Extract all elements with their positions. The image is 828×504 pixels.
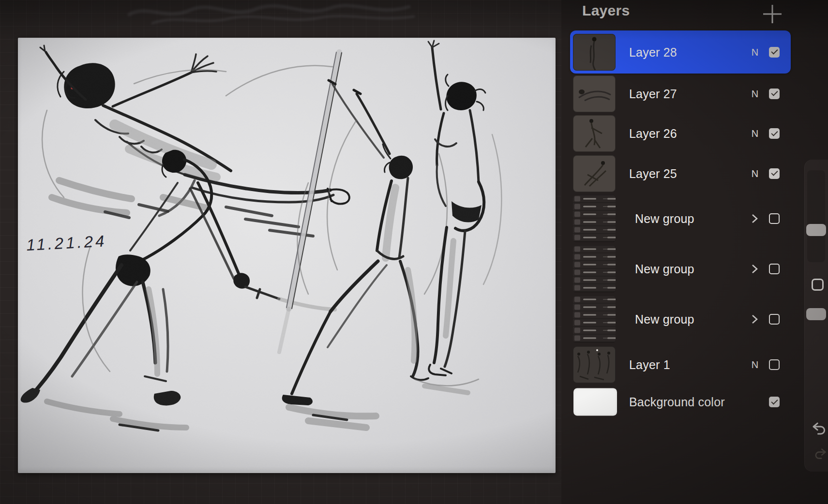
group-mini-layer — [573, 261, 616, 268]
layer-visibility-checkbox[interactable] — [769, 89, 780, 99]
group-thumbnail-stack[interactable] — [573, 296, 616, 342]
blend-mode-badge[interactable]: N — [752, 359, 758, 371]
layer-visibility-checkbox[interactable] — [769, 128, 780, 139]
group-thumbnail-stack[interactable] — [573, 195, 616, 242]
blend-mode-badge[interactable]: N — [752, 128, 758, 139]
brush-size-slider-handle[interactable] — [806, 224, 826, 236]
group-mini-layer — [573, 234, 616, 241]
undo-arrow-icon — [812, 422, 827, 436]
panel-title: Layers — [582, 2, 630, 19]
layer-row[interactable]: Layer 26 N — [570, 114, 791, 153]
layer-thumbnail[interactable] — [573, 115, 616, 152]
layer-thumbnail[interactable] — [573, 34, 616, 71]
group-mini-layer — [573, 195, 616, 203]
group-mini-layer — [573, 311, 616, 319]
layer-thumbnail[interactable] — [573, 346, 616, 383]
redo-arrow-icon — [814, 448, 827, 460]
group-mini-layer — [573, 303, 616, 311]
group-mini-layer — [573, 284, 616, 292]
layer-name: Layer 28 — [629, 45, 677, 59]
group-visibility-checkbox[interactable] — [769, 264, 780, 274]
layer-name: Layer 27 — [629, 87, 677, 101]
layer-visibility-checkbox[interactable] — [769, 47, 780, 58]
group-mini-layer — [573, 276, 616, 284]
group-row[interactable]: New group — [570, 243, 791, 294]
layer-visibility-checkbox[interactable] — [769, 359, 780, 370]
modify-button[interactable] — [812, 279, 824, 291]
group-row[interactable]: New group — [570, 294, 791, 344]
screen-reflection-smudge — [123, 0, 423, 27]
group-mini-layer — [573, 226, 616, 234]
brush-opacity-slider-handle[interactable] — [806, 308, 826, 320]
procreate-screen: 11.21.24 Layers Layer 28 N Layer — [0, 0, 828, 504]
group-mini-layer — [573, 326, 616, 334]
chevron-right-icon[interactable] — [749, 213, 760, 224]
group-mini-layer — [573, 245, 616, 253]
group-mini-layer — [573, 334, 616, 342]
layer-thumbnail[interactable] — [573, 75, 616, 112]
blend-mode-badge[interactable]: N — [752, 88, 758, 99]
layer-name: Layer 1 — [629, 358, 670, 372]
group-mini-layer — [573, 218, 616, 226]
redo-button[interactable] — [814, 448, 827, 462]
gesture-sketch-artwork: 11.21.24 — [18, 38, 556, 473]
drawing-canvas[interactable]: 11.21.24 — [18, 38, 556, 473]
group-name: New group — [635, 211, 694, 225]
group-thumbnail-stack[interactable] — [573, 245, 616, 292]
layer-row[interactable]: Layer 27 N — [570, 74, 791, 114]
background-label: Background color — [629, 395, 725, 409]
group-name: New group — [635, 262, 694, 276]
layer-row[interactable]: Layer 28 N — [570, 30, 791, 74]
blend-mode-badge[interactable]: N — [752, 168, 758, 179]
group-visibility-checkbox[interactable] — [769, 213, 780, 224]
layer-row[interactable]: Layer 1 N — [570, 344, 791, 385]
background-color-swatch[interactable] — [573, 388, 617, 416]
group-mini-layer — [573, 268, 616, 276]
group-mini-layer — [573, 296, 616, 303]
thumbnail-sketch — [573, 115, 616, 152]
background-color-row[interactable]: Background color — [570, 385, 791, 418]
layer-row[interactable]: Layer 25 N — [570, 153, 791, 193]
group-mini-layer — [573, 210, 616, 218]
chevron-right-icon[interactable] — [749, 313, 760, 325]
brush-size-slider-track[interactable] — [807, 170, 825, 262]
layer-visibility-checkbox[interactable] — [769, 168, 780, 179]
layer-name: Layer 25 — [629, 166, 677, 180]
blend-mode-badge[interactable]: N — [752, 46, 758, 58]
group-visibility-checkbox[interactable] — [769, 314, 780, 325]
plus-icon — [762, 3, 783, 25]
add-layer-button[interactable] — [762, 3, 783, 25]
thumbnail-sketch — [573, 346, 616, 383]
group-mini-layer — [573, 319, 616, 326]
thumbnail-sketch — [573, 75, 616, 112]
layer-name: Layer 26 — [629, 127, 677, 141]
group-mini-layer — [573, 203, 616, 210]
thumbnail-sketch — [573, 34, 616, 71]
undo-button[interactable] — [812, 422, 827, 438]
group-name: New group — [635, 312, 694, 326]
group-mini-layer — [573, 253, 616, 261]
group-row[interactable]: New group — [570, 193, 791, 243]
background-visibility-checkbox[interactable] — [769, 397, 780, 407]
chevron-right-icon[interactable] — [749, 263, 760, 275]
thumbnail-sketch — [573, 155, 616, 192]
layer-thumbnail[interactable] — [573, 155, 616, 192]
